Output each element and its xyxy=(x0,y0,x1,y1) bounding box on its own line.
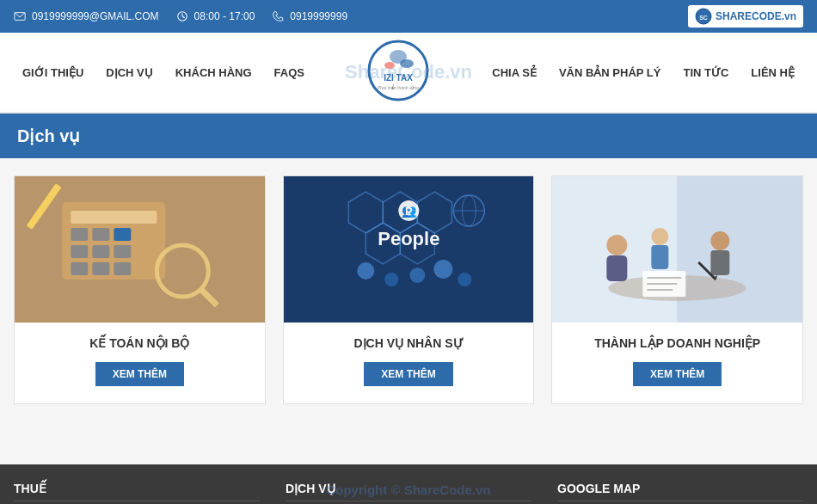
svg-rect-14 xyxy=(71,211,157,224)
svg-rect-23 xyxy=(114,262,131,275)
xem-them-ke-toan[interactable]: XEM THÊM xyxy=(95,362,184,386)
top-bar: 0919999999@GMAIL.COM 08:00 - 17:00 09199… xyxy=(0,0,817,33)
footer-about: THUẾ THUẾ là công ty được thành lập với … xyxy=(14,482,260,504)
svg-rect-54 xyxy=(711,250,730,275)
svg-point-53 xyxy=(711,231,730,250)
nav-gioi-thieu[interactable]: GIỚI THIỆU xyxy=(14,51,92,95)
hours-text: 08:00 - 17:00 xyxy=(194,10,255,22)
svg-text:SC: SC xyxy=(699,15,708,21)
nav-logo: IZI TAX Phát triển thành vững xyxy=(350,33,446,112)
phone-item: 0919999999 xyxy=(272,10,347,22)
service-img-accounting xyxy=(15,176,265,323)
email-item: 0919999999@GMAIL.COM xyxy=(14,10,159,22)
svg-rect-19 xyxy=(92,245,109,258)
svg-text:P: P xyxy=(405,205,413,218)
service-title-thanh-lap: THÀNH LẬP DOANH NGHIỆP xyxy=(561,336,794,350)
svg-rect-52 xyxy=(652,245,669,269)
svg-rect-18 xyxy=(71,245,88,258)
svg-rect-21 xyxy=(71,262,88,275)
svg-rect-16 xyxy=(92,228,109,241)
svg-point-49 xyxy=(607,235,628,255)
footer-services-title: DỊCH VỤ xyxy=(286,482,531,501)
service-title-ke-toan: KẾ TOÁN NỘI BỘ xyxy=(23,336,256,350)
nav-faqs[interactable]: FAQS xyxy=(266,51,313,95)
hours-item: 08:00 - 17:00 xyxy=(176,10,255,22)
svg-rect-50 xyxy=(607,255,628,281)
svg-point-37 xyxy=(357,262,374,280)
xem-them-thanh-lap[interactable]: XEM THÊM xyxy=(633,362,722,386)
svg-text:People: People xyxy=(378,228,439,249)
svg-rect-22 xyxy=(92,262,109,275)
section-title: Dịch vụ xyxy=(17,126,80,145)
xem-them-nhan-su[interactable]: XEM THÊM xyxy=(364,362,452,386)
sharecode-brand: SC SHARECODE.vn xyxy=(688,5,803,28)
email-text: 0919999999@GMAIL.COM xyxy=(32,10,159,22)
top-bar-left: 0919999999@GMAIL.COM 08:00 - 17:00 09199… xyxy=(14,10,347,22)
services-section: KẾ TOÁN NỘI BỘ XEM THÊM 👥 P xyxy=(0,158,817,421)
section-title-bar: Dịch vụ xyxy=(0,114,817,158)
svg-point-38 xyxy=(384,273,398,286)
service-title-nhan-su: Dịch vụ nhân sự xyxy=(292,336,525,350)
svg-point-39 xyxy=(409,267,425,283)
svg-rect-17 xyxy=(114,228,131,241)
svg-point-51 xyxy=(652,228,669,245)
footer-about-title: THUẾ xyxy=(14,482,260,501)
footer-map-col: GOOGLE MAP Xem bản đồ lớn hơn xyxy=(557,482,803,504)
svg-point-9 xyxy=(400,59,414,68)
nav-tin-tuc[interactable]: TIN TỨC xyxy=(674,51,737,95)
services-grid: KẾ TOÁN NỘI BỘ XEM THÊM 👥 P xyxy=(14,175,803,404)
service-card-nhan-su: 👥 P People Dịch vụ nhân sự XEM xyxy=(283,175,535,404)
mid-spacer xyxy=(0,421,817,464)
nav-chia-se[interactable]: CHIA SẺ xyxy=(483,51,545,95)
svg-rect-27 xyxy=(284,176,534,323)
nav-lien-he[interactable]: LIÊN HỆ xyxy=(742,51,803,95)
navbar: GIỚI THIỆU DỊCH VỤ KHÁCH HÀNG FAQS IZI T… xyxy=(0,33,817,114)
brand-text: SHARECODE.vn xyxy=(716,10,796,22)
svg-rect-47 xyxy=(678,176,802,323)
nav-left: GIỚI THIỆU DỊCH VỤ KHÁCH HÀNG FAQS xyxy=(14,51,313,95)
service-card-thanh-lap: THÀNH LẬP DOANH NGHIỆP XEM THÊM xyxy=(551,175,803,404)
svg-point-41 xyxy=(458,273,471,286)
service-img-people: 👥 P People xyxy=(284,176,534,323)
service-img-business xyxy=(552,176,802,323)
svg-rect-20 xyxy=(114,245,131,258)
nav-dich-vu[interactable]: DỊCH VỤ xyxy=(97,51,161,95)
nav-right: CHIA SẺ VĂN BẢN PHÁP LÝ TIN TỨC LIÊN HỆ xyxy=(483,51,803,95)
svg-point-8 xyxy=(384,62,395,69)
phone-text: 0919999999 xyxy=(290,10,347,22)
svg-point-40 xyxy=(433,260,452,279)
nav-van-ban[interactable]: VĂN BẢN PHÁP LÝ xyxy=(550,51,670,95)
footer-services: DỊCH VỤ Thành lập doanh nghiệp xyxy=(286,482,531,504)
nav-khach-hang[interactable]: KHÁCH HÀNG xyxy=(167,51,261,95)
footer: THUẾ THUẾ là công ty được thành lập với … xyxy=(0,464,817,504)
svg-rect-15 xyxy=(71,228,88,241)
service-card-ke-toan: KẾ TOÁN NỘI BỘ XEM THÊM xyxy=(14,175,266,404)
footer-map-title: GOOGLE MAP xyxy=(557,482,803,501)
svg-line-3 xyxy=(182,16,185,18)
svg-text:Phát triển thành vững: Phát triển thành vững xyxy=(378,84,419,90)
svg-text:IZI TAX: IZI TAX xyxy=(384,73,413,83)
